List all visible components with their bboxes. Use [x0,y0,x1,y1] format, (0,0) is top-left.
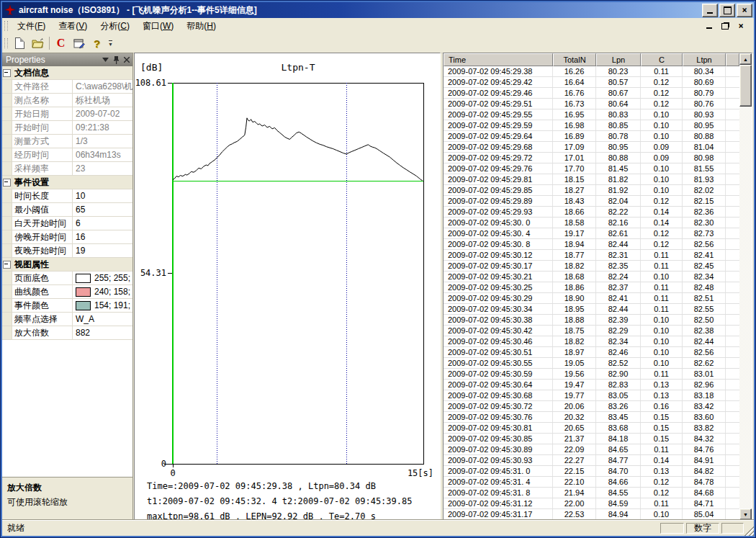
table-scrollbar[interactable]: ▲ ▼ [739,53,752,520]
toolbar-overflow-button[interactable]: ▼ [106,35,115,51]
mdi-close-button[interactable]: × [735,21,747,31]
table-row[interactable]: 2009-07-02 09:45:29.8118.1581.820.1081.9… [444,174,739,185]
property-value[interactable]: 19 [73,244,132,257]
menu-item-h[interactable]: 帮助(H) [180,19,222,33]
pin-icon[interactable] [113,56,120,64]
table-row[interactable]: 2009-07-02 09:45:30.2918.9082.410.1182.5… [444,293,739,304]
table-row[interactable]: 2009-07-02 09:45:29.5116.7380.640.1280.7… [444,99,739,109]
collapse-minus-icon[interactable] [3,179,11,187]
help-button[interactable]: ? [89,35,105,51]
table-row[interactable]: 2009-07-02 09:45:30.1718.8282.350.1182.4… [444,261,739,272]
table-row[interactable]: 2009-07-02 09:45:30.8120.6583.680.1583.8… [444,423,739,434]
table-row[interactable]: 2009-07-02 09:45:29.8518.2781.920.1082.0… [444,185,739,196]
collapse-minus-icon[interactable] [3,69,11,77]
table-row[interactable]: 2009-07-02 09:45:30.5919.5682.900.1183.0… [444,369,739,380]
menu-item-w[interactable]: 窗口(W) [136,19,180,33]
scrollbar-down-button[interactable]: ▼ [739,508,752,520]
panel-close-icon[interactable] [124,57,130,63]
column-header-time[interactable]: Time [444,53,553,66]
table-row[interactable]: 2009-07-02 09:45:31. 022.1584.700.1384.8… [444,466,739,477]
scrollbar-up-button[interactable]: ▲ [739,53,752,65]
table-row[interactable]: 2009-07-02 09:45:31.1222.0084.590.1184.7… [444,498,739,509]
table-row[interactable]: 2009-07-02 09:45:29.8918.4382.040.1282.1… [444,196,739,207]
toolbar-grip[interactable] [4,38,8,48]
table-row[interactable]: 2009-07-02 09:45:29.4216.6480.570.1280.6… [444,77,739,88]
chart-panel[interactable]: [dB]Ltpn-T054.31108.61015[s] Time=:2009-… [134,53,441,522]
analysis-c-button[interactable]: C [53,35,69,51]
table-cell: 82.30 [683,218,726,228]
scrollbar-thumb[interactable] [739,65,752,107]
table-row[interactable]: 2009-07-02 09:45:29.7617.7081.450.1081.5… [444,163,739,174]
close-button[interactable]: × [737,4,752,17]
property-value[interactable]: 6 [73,217,132,230]
collapse-minus-icon[interactable] [3,261,11,269]
table-cell: 82.45 [683,261,726,271]
table-row[interactable]: 2009-07-02 09:45:30.1218.7782.310.1182.4… [444,250,739,261]
table-row[interactable]: 2009-07-02 09:45:30.9322.2784.770.1484.9… [444,455,739,466]
table-row[interactable]: 2009-07-02 09:45:29.5916.9880.850.1080.9… [444,120,739,131]
table-row[interactable]: 2009-07-02 09:45:30.5519.0582.520.1082.6… [444,358,739,369]
property-value[interactable]: 16 [73,230,132,243]
table-row[interactable]: 2009-07-02 09:45:30.8521.3784.180.1584.3… [444,434,739,444]
color-swatch[interactable] [76,287,91,297]
table-row[interactable]: 2009-07-02 09:45:30. 419.1782.610.1282.7… [444,228,739,239]
table-row[interactable]: 2009-07-02 09:45:30.2518.8682.370.1182.4… [444,282,739,293]
table-row[interactable]: 2009-07-02 09:45:31. 422.1084.660.1284.7… [444,477,739,488]
table-row[interactable]: 2009-07-02 09:45:30.4218.7582.290.1082.3… [444,326,739,336]
property-value[interactable]: 882 [73,326,132,339]
ltpn-chart[interactable]: [dB]Ltpn-T054.31108.61015[s] [135,53,440,480]
menu-item-c[interactable]: 分析(C) [94,19,136,33]
menu-item-v[interactable]: 查看(V) [52,19,94,33]
new-document-button[interactable] [12,35,28,51]
column-header-lpn[interactable]: Lpn [596,53,641,66]
property-label: 采样频率 [12,162,73,175]
color-swatch[interactable] [76,301,91,310]
table-cell: 18.15 [553,174,596,184]
open-file-button[interactable] [30,35,46,51]
table-row[interactable]: 2009-07-02 09:45:31.1722.5384.940.1085.0… [444,509,739,520]
color-swatch[interactable] [76,274,91,283]
property-value[interactable]: 10 [73,189,132,202]
table-row[interactable]: 2009-07-02 09:45:29.4616.7680.670.1280.7… [444,88,739,99]
mdi-minimize-button[interactable] [703,21,715,31]
table-row[interactable]: 2009-07-02 09:45:29.7217.0180.880.0980.9… [444,153,739,163]
minimize-button[interactable] [702,4,718,17]
table-row[interactable]: 2009-07-02 09:45:29.5516.9580.830.1080.9… [444,109,739,120]
column-header-ltpn[interactable]: Ltpn [683,53,726,66]
table-row[interactable]: 2009-07-02 09:45:30.5118.9782.460.1082.5… [444,347,739,358]
table-cell: 0.16 [641,401,683,411]
table-row[interactable]: 2009-07-02 09:45:30.6819.7783.050.1383.1… [444,390,739,401]
property-value[interactable]: 65 [73,203,132,216]
property-description-text: 可使用滚轮缩放 [7,496,127,508]
table-row[interactable]: 2009-07-02 09:45:29.3816.2680.230.1180.3… [444,66,739,77]
menu-item-f[interactable]: 文件(F) [11,19,52,33]
table-row[interactable]: 2009-07-02 09:45:30.6419.4782.830.1382.9… [444,380,739,390]
table-row[interactable]: 2009-07-02 09:45:31. 821.9484.550.1284.6… [444,488,739,498]
table-row[interactable]: 2009-07-02 09:45:30. 818.9482.440.1282.5… [444,239,739,250]
chevron-down-icon[interactable] [102,58,109,62]
table-row[interactable]: 2009-07-02 09:45:30. 018.5882.160.1482.3… [444,218,739,228]
table-cell: 82.44 [683,336,726,346]
table-row[interactable]: 2009-07-02 09:45:30.7620.3283.450.1583.6… [444,412,739,423]
menubar-grip[interactable] [4,21,8,31]
table-row[interactable]: 2009-07-02 09:45:29.6416.8980.780.1080.8… [444,131,739,142]
property-value[interactable]: 255; 255; 25 [73,272,132,284]
property-value[interactable]: 240; 158; 15 [73,285,132,298]
resize-grip[interactable] [744,526,754,536]
table-row[interactable]: 2009-07-02 09:45:30.7220.0683.260.1683.4… [444,401,739,412]
table-row[interactable]: 2009-07-02 09:45:30.3818.8882.390.1082.5… [444,315,739,326]
column-header-c[interactable]: C [641,53,683,66]
property-value[interactable]: W_A [73,313,132,326]
table-row[interactable]: 2009-07-02 09:45:30.2118.6882.240.1082.3… [444,272,739,282]
column-header-totaln[interactable]: TotalN [553,53,596,66]
property-label: 时间长度 [12,189,73,202]
property-value[interactable]: 154; 191; 18 [73,299,132,312]
table-row[interactable]: 2009-07-02 09:45:29.9318.6682.220.1482.3… [444,207,739,218]
table-row[interactable]: 2009-07-02 09:45:30.3418.9582.440.1182.5… [444,304,739,315]
table-row[interactable]: 2009-07-02 09:45:30.4618.8282.340.1082.4… [444,336,739,347]
table-row[interactable]: 2009-07-02 09:45:30.8922.0984.650.1184.7… [444,444,739,455]
maximize-button[interactable] [719,4,735,17]
properties-button[interactable] [71,35,87,51]
table-row[interactable]: 2009-07-02 09:45:29.6817.0980.950.0981.0… [444,142,739,153]
mdi-restore-button[interactable] [719,21,731,31]
